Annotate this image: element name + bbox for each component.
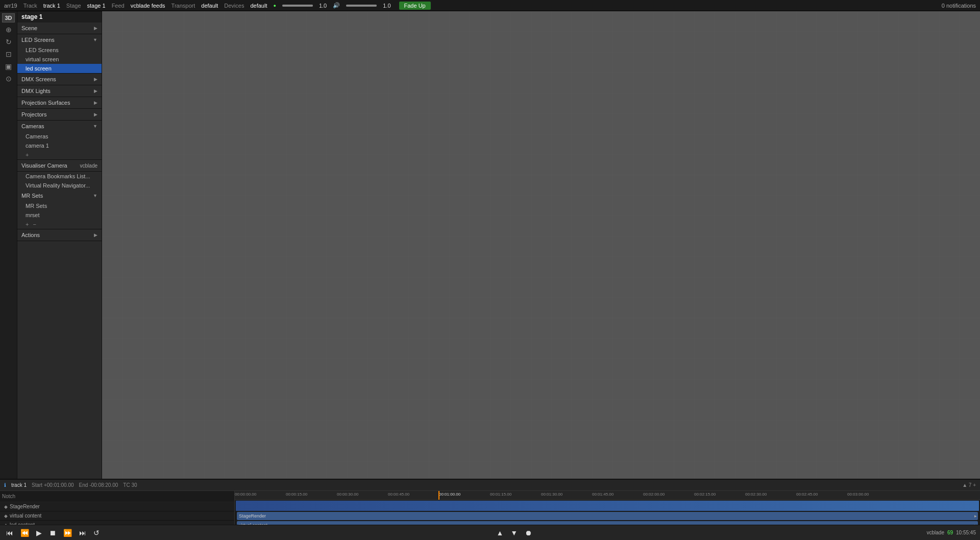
scale-tool[interactable]: ⊡ [5,49,13,59]
track-name[interactable]: track 1 [43,3,60,9]
visualiser-camera-header[interactable]: Visualiser Camera vcblade [17,160,102,171]
fade-button[interactable]: Fade Up [399,2,431,10]
sidebar-item-virtual-screen[interactable]: virtual screen [17,55,102,64]
stage-name[interactable]: stage 1 [87,3,106,9]
devices-name[interactable]: default [250,3,267,9]
view-tool[interactable]: ⊙ [5,74,13,84]
sidebar-item-camera-1[interactable]: camera 1 [17,141,102,150]
notch-bar [236,501,979,511]
goto-start-button[interactable]: ⏮ [4,528,15,538]
sidebar-item-led-screen[interactable]: led screen [17,64,102,73]
mr-sets-header[interactable]: MR Sets ▼ [17,190,102,201]
triangle-up-button[interactable]: ▲ [494,528,505,538]
projection-surfaces-section: Projection Surfaces ▶ [17,97,102,109]
sidebar-item-led-screens[interactable]: LED Screens [17,45,102,55]
transport-name[interactable]: default [201,3,218,9]
ruler-tick-7: 00:01:45.00 [592,492,614,497]
led-screens-header[interactable]: LED Screens ▼ [17,34,102,45]
time-display: 10:55:45 [956,530,976,535]
play-pause-button[interactable]: ▶ [34,528,44,538]
main-area: 3D ⊕ ↻ ⊡ ▣ ⊙ stage 1 Scene ▶ LED Screens… [0,11,980,479]
track-label-virtual-content: ◆ virtual content [0,511,234,521]
add-mrset-button[interactable]: + [26,221,29,227]
projectors-label: Projectors [21,111,47,118]
dmx-screens-label: DMX Screens [21,76,56,82]
timeline-ruler: 00:00:00.00 00:00:15.00 00:00:30.00 00:0… [235,491,980,500]
scene-label: Scene [21,25,37,31]
audio-icon: 🔊 [333,2,340,9]
cameras-header[interactable]: Cameras ▼ [17,121,102,132]
projectors-arrow: ▶ [94,112,97,117]
ruler-tick-5: 00:01:15.00 [490,492,511,497]
visualiser-camera-section: Visualiser Camera vcblade [17,160,102,172]
record-button[interactable]: ⏺ [523,528,534,538]
devices-label: Devices [224,3,244,9]
play-next-button[interactable]: ⏩ [61,528,74,538]
timeline-track-name: track 1 [11,482,27,488]
led-screens-arrow: ▼ [93,37,97,42]
projectors-header[interactable]: Projectors ▶ [17,109,102,120]
track-label: Track [23,3,37,9]
app-name: arr19 [4,3,17,9]
stop-button[interactable]: ⏹ [47,528,58,538]
mrset-add-row: + − [17,220,102,229]
main-3d-background [102,11,980,479]
led-screens-section: LED Screens ▼ LED Screens virtual screen… [17,34,102,74]
mode-3d[interactable]: 3D [2,13,14,22]
stagerender-bar-arrow: ▸ [974,513,977,519]
track-icon-virtual-content: ◆ [4,513,8,519]
remove-mrset-button[interactable]: − [33,221,36,227]
notifications-button[interactable]: 0 notifications [942,3,976,9]
notch-label: Notch [2,494,15,499]
topbar: arr19 Track track 1 Stage stage 1 Feed v… [0,0,980,11]
ruler-tick-8: 00:02:00.00 [643,492,665,497]
timeline-start: Start +00:01:00.00 [32,482,74,488]
track-name-virtual-content: virtual content [10,513,41,519]
notch-row: Notch [0,491,234,502]
audio-volume-slider[interactable] [346,5,377,7]
projection-surfaces-header[interactable]: Projection Surfaces ▶ [17,97,102,108]
scene-tree: stage 1 Scene ▶ LED Screens ▼ LED Screen… [17,11,102,479]
goto-end-button[interactable]: ⏭ [77,528,88,538]
ruler-tick-4: 00:01:00.00 [439,492,460,497]
ruler-tick-1: 00:00:15.00 [286,492,307,497]
scene-header[interactable]: Scene ▶ [17,22,102,34]
play-prev-button[interactable]: ⏪ [18,528,31,538]
projectors-section: Projectors ▶ [17,109,102,121]
actions-header[interactable]: Actions ▶ [17,229,102,241]
play-volume-slider[interactable] [282,5,313,7]
stagerender-bar[interactable]: StageRender ▸ [237,512,978,520]
sidebar-item-camera-bookmarks[interactable]: Camera Bookmarks List... [17,172,102,181]
mr-sets-label: MR Sets [21,193,43,199]
mr-sets-section: MR Sets ▼ MR Sets mrset + − [17,190,102,229]
stagerender-bar-label: StageRender [239,513,266,519]
dmx-lights-header[interactable]: DMX Lights ▶ [17,85,102,97]
scene-sidebar: 3D ⊕ ↻ ⊡ ▣ ⊙ stage 1 Scene ▶ LED Screens… [0,11,102,479]
sidebar-item-cameras[interactable]: Cameras [17,132,102,141]
status-dot: ● [273,3,276,8]
track-icon-stagerender: ◆ [4,504,8,509]
move-tool[interactable]: ⊕ [5,25,13,35]
play-volume-value: 1.0 [319,3,327,9]
feed-name[interactable]: vcblade feeds [131,3,165,9]
timeline-track-icon: ℹ [4,482,6,488]
add-camera-button[interactable]: + [26,152,29,158]
triangle-down-button[interactable]: ▼ [508,528,520,538]
sidebar-item-mr-sets[interactable]: MR Sets [17,201,102,210]
ruler-tick-3: 00:00:45.00 [388,492,409,497]
visualiser-camera-value: vcblade [80,163,97,169]
cameras-section: Cameras ▼ Cameras camera 1 + [17,121,102,160]
tools-column: 3D ⊕ ↻ ⊡ ▣ ⊙ [0,11,17,479]
dmx-screens-header[interactable]: DMX Screens ▶ [17,74,102,85]
projection-surfaces-label: Projection Surfaces [21,100,70,106]
scene-arrow: ▶ [94,26,97,31]
stage-label: Stage [66,3,81,9]
sidebar-item-vr-navigator[interactable]: Virtual Reality Navigator... [17,181,102,190]
sidebar-item-mrset[interactable]: mrset [17,210,102,220]
playhead [438,491,439,500]
loop-button[interactable]: ↺ [91,528,102,538]
select-tool[interactable]: ▣ [4,61,13,72]
timeline-end: End -00:08:20.00 [79,482,118,488]
rotate-tool[interactable]: ↻ [5,37,13,47]
transport-controls: ⏮ ⏪ ▶ ⏹ ⏩ ⏭ ↺ ▲ ▼ ⏺ vcblade 69 10:55:45 [0,525,980,540]
